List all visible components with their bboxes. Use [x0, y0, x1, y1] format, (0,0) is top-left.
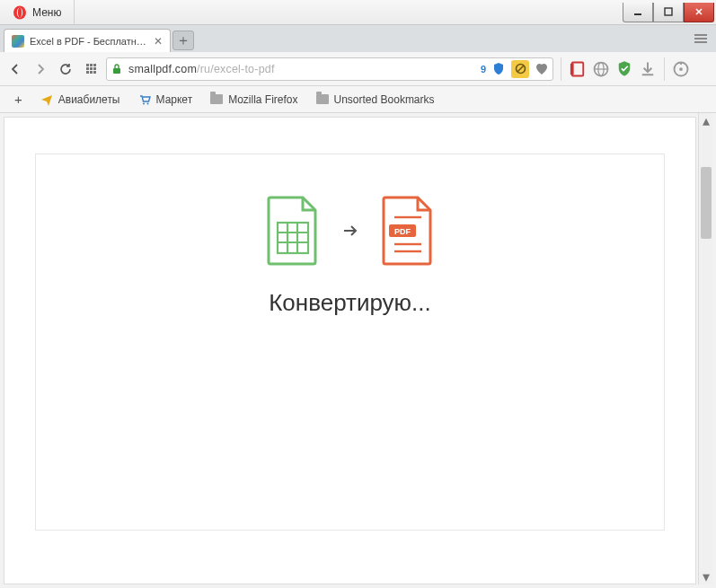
sidebar-notes-icon[interactable]: [569, 60, 587, 78]
tab-strip: Excel в PDF - Бесплатная к ✕ ＋: [0, 25, 716, 52]
folder-icon: [316, 93, 329, 106]
bookmark-label: Unsorted Bookmarks: [334, 93, 435, 106]
arrow-right-icon: [340, 221, 360, 241]
forward-button[interactable]: [31, 59, 50, 79]
bookmark-item[interactable]: Маркет: [131, 91, 200, 109]
scroll-up-button[interactable]: ▴: [699, 113, 713, 128]
scroll-down-button[interactable]: ▾: [699, 569, 713, 584]
reload-button[interactable]: [56, 59, 75, 79]
cart-icon: [138, 93, 151, 106]
globe-icon[interactable]: [592, 60, 610, 78]
bookmarks-bar: + Авиабилеты Маркет Mozilla Firefox Unso…: [0, 86, 716, 113]
tab-menu-button[interactable]: [691, 29, 711, 48]
page-body: PDF Конвертирую...: [4, 117, 696, 584]
svg-line-7: [517, 66, 524, 72]
tab-close-button[interactable]: ✕: [152, 35, 164, 48]
bookmark-folder[interactable]: Mozilla Firefox: [203, 91, 305, 109]
close-button[interactable]: [684, 3, 714, 22]
svg-rect-4: [665, 8, 672, 15]
bookmark-label: Авиабилеты: [58, 93, 120, 106]
maximize-button[interactable]: [653, 3, 684, 22]
pdf-doc-icon: PDF: [380, 196, 436, 266]
sync-icon[interactable]: [672, 60, 690, 78]
minimize-button[interactable]: [623, 3, 653, 22]
svg-text:PDF: PDF: [394, 227, 411, 236]
new-tab-button[interactable]: ＋: [172, 31, 194, 50]
download-icon[interactable]: [639, 60, 657, 78]
lock-icon: [110, 63, 123, 75]
svg-rect-3: [634, 13, 641, 15]
plane-icon: [40, 93, 53, 106]
svg-rect-5: [113, 68, 120, 74]
svg-point-15: [679, 67, 683, 71]
shield-icon[interactable]: [491, 62, 506, 76]
vertical-scrollbar[interactable]: ▴ ▾: [698, 113, 713, 584]
scroll-thumb[interactable]: [701, 167, 712, 239]
window-titlebar: Меню: [0, 0, 716, 25]
block-badge-icon[interactable]: [511, 60, 529, 78]
svg-point-2: [18, 7, 22, 17]
tab-title: Excel в PDF - Бесплатная к: [30, 36, 146, 47]
excel-doc-icon: [265, 196, 321, 266]
browser-tab[interactable]: Excel в PDF - Бесплатная к ✕: [4, 29, 171, 52]
heart-icon[interactable]: [535, 62, 549, 76]
folder-icon: [210, 93, 223, 106]
page-viewport: PDF Конвертирую...: [0, 113, 716, 588]
app-menu-label: Меню: [32, 6, 61, 19]
url-text: smallpdf.com/ru/excel-to-pdf: [128, 63, 275, 75]
svg-point-18: [146, 102, 148, 104]
back-button[interactable]: [5, 59, 25, 79]
svg-point-17: [143, 102, 145, 104]
bookmark-label: Маркет: [156, 93, 193, 106]
window-controls: [623, 3, 714, 22]
converter-card: PDF Конвертирую...: [35, 154, 665, 531]
address-bar[interactable]: smallpdf.com/ru/excel-to-pdf 9: [106, 57, 553, 81]
svg-rect-19: [278, 223, 308, 253]
toolbar: smallpdf.com/ru/excel-to-pdf 9: [0, 52, 716, 86]
bookmark-item[interactable]: Авиабилеты: [33, 91, 128, 109]
notification-count: 9: [481, 64, 486, 75]
bookmark-label: Mozilla Firefox: [228, 93, 297, 106]
app-menu-button[interactable]: Меню: [0, 0, 75, 24]
conversion-graphic: PDF: [265, 196, 436, 266]
tab-favicon-icon: [12, 35, 24, 48]
add-bookmark-button[interactable]: +: [7, 92, 30, 107]
speeddial-button[interactable]: [81, 59, 101, 79]
opera-logo-icon: [13, 5, 27, 20]
shield-check-icon[interactable]: [615, 60, 633, 78]
bookmark-folder[interactable]: Unsorted Bookmarks: [309, 91, 442, 109]
status-text: Конвертирую...: [269, 289, 431, 317]
